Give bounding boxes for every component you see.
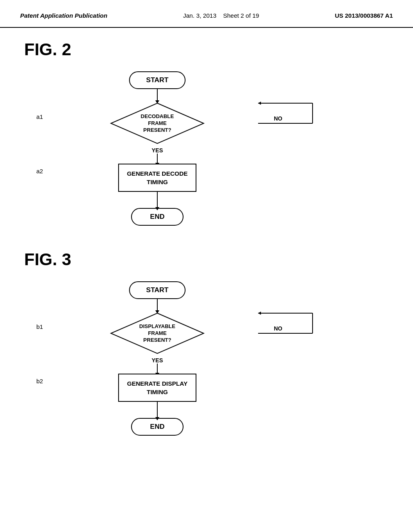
- fig2-end-shape: END: [131, 208, 184, 226]
- fig2-title: FIG. 2: [24, 40, 389, 59]
- fig3-process-rect: GENERATE DISPLAYTIMING: [118, 374, 196, 402]
- fig3-process-group: b2 GENERATE DISPLAYTIMING: [56, 374, 258, 418]
- figure-2-section: FIG. 2 START a1 NO: [24, 40, 389, 226]
- fig2-arrow1: [157, 89, 158, 101]
- fig2-diamond: DECODABLE FRAMEPRESENT?: [109, 101, 206, 145]
- fig3-end-group: END: [56, 418, 258, 436]
- fig3-decision-text: DISPLAYABLE FRAMEPRESENT?: [133, 323, 181, 344]
- fig2-arrow2: [157, 154, 158, 164]
- fig2-step1-label: a1: [36, 113, 43, 120]
- fig3-end-shape: END: [131, 418, 184, 436]
- fig2-decision-text: DECODABLE FRAMEPRESENT?: [133, 113, 181, 134]
- svg-marker-9: [258, 312, 261, 315]
- figures-container: FIG. 2 START a1 NO: [0, 28, 413, 472]
- svg-marker-4: [258, 102, 261, 105]
- header: Patent Application Publication Jan. 3, 2…: [0, 0, 413, 28]
- figure-3-section: FIG. 3 START b1 NO: [24, 250, 389, 436]
- fig2-arrow3: [157, 192, 158, 208]
- fig3-arrow2: [157, 364, 158, 374]
- fig3-no-arrow: [256, 311, 315, 347]
- fig2-yes-label: YES: [152, 147, 163, 154]
- header-patent-number: US 2013/0003867 A1: [335, 12, 393, 19]
- fig2-step2-label: a2: [36, 168, 43, 175]
- fig3-start-group: START: [56, 281, 258, 311]
- fig2-no-arrow: [256, 101, 315, 137]
- fig3-arrow1: [157, 299, 158, 311]
- page: Patent Application Publication Jan. 3, 2…: [0, 0, 413, 532]
- header-sheet: Sheet 2 of 19: [223, 12, 259, 19]
- fig3-arrow3: [157, 402, 158, 418]
- fig3-step1-label: b1: [36, 323, 43, 330]
- fig2-process-rect: GENERATE DECODETIMING: [118, 164, 197, 192]
- fig3-start-shape: START: [129, 281, 185, 299]
- fig2-start-shape: START: [129, 71, 185, 89]
- fig3-title: FIG. 3: [24, 250, 389, 269]
- fig3-yes-label: YES: [152, 357, 163, 364]
- fig2-decision-group: a1 NO DECODABLE FRAMEPRESENT?: [56, 101, 258, 164]
- header-publication-label: Patent Application Publication: [20, 12, 107, 19]
- fig2-start-group: START: [56, 71, 258, 101]
- fig3-diamond: DISPLAYABLE FRAMEPRESENT?: [109, 311, 206, 355]
- fig3-flowchart: START b1 NO: [56, 281, 258, 436]
- fig3-decision-group: b1 NO DISPLAYABLE FRAMEPRESENT?: [56, 311, 258, 374]
- fig2-end-group: END: [56, 208, 258, 226]
- fig2-process-group: a2 GENERATE DECODETIMING: [56, 164, 258, 208]
- fig2-flowchart: START a1 NO: [56, 71, 258, 226]
- header-date-sheet: Jan. 3, 2013 Sheet 2 of 19: [183, 12, 259, 19]
- header-date: Jan. 3, 2013: [183, 12, 217, 19]
- fig3-step2-label: b2: [36, 378, 43, 384]
